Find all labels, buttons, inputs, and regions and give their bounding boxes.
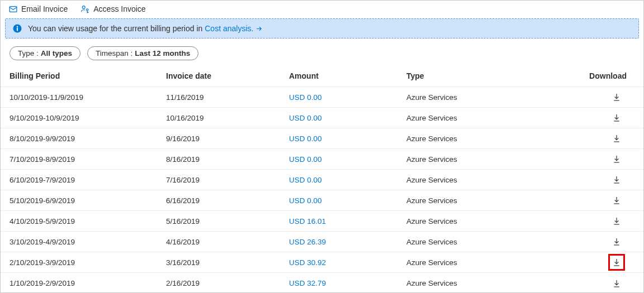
cell-billing-period: 6/10/2019-7/9/2019	[10, 176, 166, 184]
cell-download	[563, 173, 634, 186]
download-icon	[612, 237, 621, 246]
cell-type: Azure Services	[406, 196, 563, 205]
cell-invoice-date: 2/16/2019	[166, 279, 289, 287]
invoices-table: Billing Period Invoice date Amount Type …	[1, 65, 643, 293]
col-amount[interactable]: Amount	[289, 71, 406, 80]
cell-download	[563, 277, 634, 290]
download-icon	[612, 196, 621, 205]
filter-type-pill[interactable]: Type : All types	[10, 46, 80, 60]
table-body: 10/10/2019-11/9/201911/16/2019USD 0.00Az…	[1, 87, 643, 293]
table-row: 1/10/2019-2/9/20192/16/2019USD 32.79Azur…	[1, 273, 643, 293]
download-icon	[612, 175, 621, 184]
col-type[interactable]: Type	[406, 71, 563, 80]
cell-amount[interactable]: USD 0.00	[289, 135, 406, 143]
download-button[interactable]	[610, 90, 623, 104]
cell-invoice-date: 6/16/2019	[166, 196, 289, 205]
cell-invoice-date: 3/16/2019	[166, 258, 289, 267]
download-icon	[612, 93, 621, 102]
invoices-page: Email Invoice Access Invoice Yo	[0, 0, 644, 293]
download-button[interactable]	[610, 111, 623, 124]
filter-timespan-pill[interactable]: Timespan : Last 12 months	[87, 46, 198, 60]
cell-download	[563, 90, 634, 104]
cell-billing-period: 3/10/2019-4/9/2019	[10, 238, 166, 246]
filter-type-value: All types	[41, 49, 72, 57]
cell-amount[interactable]: USD 16.01	[289, 217, 406, 225]
cell-amount[interactable]: USD 0.00	[289, 155, 406, 164]
table-row: 3/10/2019-4/9/20194/16/2019USD 26.39Azur…	[1, 232, 643, 252]
cell-amount[interactable]: USD 26.39	[289, 238, 406, 246]
cell-amount[interactable]: USD 0.00	[289, 196, 406, 205]
arrow-right-icon	[255, 25, 263, 32]
table-row: 5/10/2019-6/9/20196/16/2019USD 0.00Azure…	[1, 190, 643, 211]
table-row: 8/10/2019-9/9/20199/16/2019USD 0.00Azure…	[1, 128, 643, 149]
cost-analysis-link[interactable]: Cost analysis.	[205, 24, 263, 33]
cell-amount[interactable]: USD 32.79	[289, 279, 406, 287]
email-invoice-label: Email Invoice	[21, 4, 68, 13]
access-invoice-label: Access Invoice	[93, 4, 145, 13]
cell-type: Azure Services	[406, 279, 563, 287]
table-row: 9/10/2019-10/9/201910/16/2019USD 0.00Azu…	[1, 108, 643, 128]
col-invoice-date[interactable]: Invoice date	[166, 71, 289, 80]
col-billing-period[interactable]: Billing Period	[10, 71, 166, 80]
cell-billing-period: 9/10/2019-10/9/2019	[10, 114, 166, 122]
svg-point-4	[17, 26, 18, 27]
download-icon	[612, 113, 621, 122]
cell-type: Azure Services	[406, 135, 563, 143]
download-button[interactable]	[610, 173, 623, 186]
cell-invoice-date: 4/16/2019	[166, 238, 289, 246]
info-banner: You can view usage for the current billi…	[5, 18, 639, 39]
table-row: 10/10/2019-11/9/201911/16/2019USD 0.00Az…	[1, 87, 643, 108]
col-download[interactable]: Download	[563, 71, 634, 80]
download-icon	[612, 279, 621, 288]
svg-point-2	[87, 9, 88, 11]
cell-amount[interactable]: USD 30.92	[289, 258, 406, 267]
cell-billing-period: 4/10/2019-5/9/2019	[10, 217, 166, 225]
cell-invoice-date: 10/16/2019	[166, 114, 289, 122]
cell-download	[563, 111, 634, 124]
mail-icon	[8, 4, 18, 14]
download-button[interactable]	[610, 194, 623, 207]
download-button[interactable]	[610, 132, 623, 145]
filter-timespan-value: Last 12 months	[135, 49, 190, 57]
download-icon	[612, 155, 621, 164]
download-button[interactable]	[610, 235, 623, 248]
cell-billing-period: 10/10/2019-11/9/2019	[10, 93, 166, 102]
cell-type: Azure Services	[406, 176, 563, 184]
cell-download	[563, 256, 634, 269]
cell-download	[563, 132, 634, 145]
filter-type-label: Type :	[18, 49, 39, 57]
download-button[interactable]	[610, 214, 623, 228]
cell-amount[interactable]: USD 0.00	[289, 93, 406, 102]
download-button[interactable]	[610, 152, 623, 166]
toolbar: Email Invoice Access Invoice	[1, 1, 643, 18]
cell-billing-period: 1/10/2019-2/9/2019	[10, 279, 166, 287]
download-icon	[612, 134, 621, 143]
cell-download	[563, 214, 634, 228]
cell-type: Azure Services	[406, 155, 563, 164]
person-key-icon	[80, 4, 90, 14]
cell-billing-period: 2/10/2019-3/9/2019	[10, 258, 166, 267]
table-header: Billing Period Invoice date Amount Type …	[1, 65, 643, 87]
cell-amount[interactable]: USD 0.00	[289, 114, 406, 122]
svg-point-1	[83, 6, 86, 9]
cell-type: Azure Services	[406, 93, 563, 102]
download-button[interactable]	[610, 256, 623, 269]
cell-billing-period: 7/10/2019-8/9/2019	[10, 155, 166, 164]
cell-billing-period: 8/10/2019-9/9/2019	[10, 135, 166, 143]
cell-invoice-date: 7/16/2019	[166, 176, 289, 184]
info-icon	[12, 23, 22, 33]
cell-invoice-date: 5/16/2019	[166, 217, 289, 225]
download-icon	[612, 217, 621, 225]
cell-billing-period: 5/10/2019-6/9/2019	[10, 196, 166, 205]
access-invoice-button[interactable]: Access Invoice	[80, 4, 145, 14]
table-row: 2/10/2019-3/9/20193/16/2019USD 30.92Azur…	[1, 252, 643, 273]
info-banner-message: You can view usage for the current billi…	[28, 24, 205, 33]
download-button[interactable]	[610, 277, 623, 290]
cell-type: Azure Services	[406, 114, 563, 122]
email-invoice-button[interactable]: Email Invoice	[8, 4, 68, 14]
table-row: 7/10/2019-8/9/20198/16/2019USD 0.00Azure…	[1, 149, 643, 170]
cell-amount[interactable]: USD 0.00	[289, 176, 406, 184]
info-banner-text: You can view usage for the current billi…	[28, 24, 263, 33]
table-row: 4/10/2019-5/9/20195/16/2019USD 16.01Azur…	[1, 211, 643, 232]
cell-type: Azure Services	[406, 238, 563, 246]
